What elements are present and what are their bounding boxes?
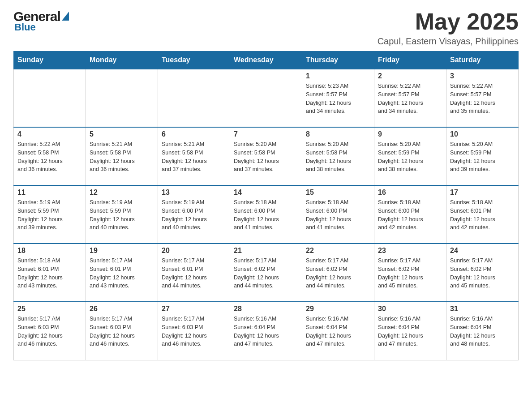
title-block: May 2025 Capul, Eastern Visayas, Philipp…: [378, 9, 519, 47]
calendar-cell: 23Sunrise: 5:17 AMSunset: 6:02 PMDayligh…: [374, 244, 446, 302]
calendar-week-2: 4Sunrise: 5:22 AMSunset: 5:58 PMDaylight…: [14, 127, 519, 185]
day-number: 23: [378, 247, 442, 255]
day-number: 30: [378, 305, 442, 313]
day-number: 6: [162, 130, 226, 138]
day-number: 5: [90, 130, 154, 138]
day-number: 21: [234, 247, 298, 255]
day-info: Sunrise: 5:16 AMSunset: 6:04 PMDaylight:…: [378, 315, 442, 348]
calendar-cell: 14Sunrise: 5:18 AMSunset: 6:00 PMDayligh…: [230, 185, 302, 244]
day-info: Sunrise: 5:17 AMSunset: 6:02 PMDaylight:…: [450, 257, 515, 290]
calendar-cell: 24Sunrise: 5:17 AMSunset: 6:02 PMDayligh…: [446, 244, 519, 302]
day-number: 31: [450, 305, 515, 313]
weekday-header-thursday: Thursday: [302, 51, 374, 69]
day-info: Sunrise: 5:17 AMSunset: 6:03 PMDaylight:…: [17, 315, 82, 348]
calendar-cell: 26Sunrise: 5:17 AMSunset: 6:03 PMDayligh…: [86, 302, 158, 360]
day-info: Sunrise: 5:17 AMSunset: 6:03 PMDaylight:…: [162, 315, 226, 348]
calendar-cell: 29Sunrise: 5:16 AMSunset: 6:04 PMDayligh…: [302, 302, 374, 360]
day-number: 10: [450, 130, 515, 138]
day-info: Sunrise: 5:20 AMSunset: 5:59 PMDaylight:…: [378, 140, 442, 174]
calendar-cell: 8Sunrise: 5:20 AMSunset: 5:58 PMDaylight…: [302, 127, 374, 185]
calendar-cell: [86, 69, 158, 127]
day-number: 19: [90, 247, 154, 255]
day-number: 26: [90, 305, 154, 313]
day-info: Sunrise: 5:18 AMSunset: 6:01 PMDaylight:…: [450, 198, 515, 232]
day-number: 3: [450, 72, 515, 80]
calendar-cell: 3Sunrise: 5:22 AMSunset: 5:57 PMDaylight…: [446, 69, 519, 127]
weekday-header-sunday: Sunday: [14, 51, 86, 69]
day-number: 16: [378, 188, 442, 197]
calendar-cell: 20Sunrise: 5:17 AMSunset: 6:01 PMDayligh…: [158, 244, 230, 302]
calendar-week-5: 25Sunrise: 5:17 AMSunset: 6:03 PMDayligh…: [14, 302, 519, 360]
day-number: 13: [162, 188, 226, 197]
calendar-cell: 17Sunrise: 5:18 AMSunset: 6:01 PMDayligh…: [446, 185, 519, 244]
calendar-cell: [158, 69, 230, 127]
day-info: Sunrise: 5:23 AMSunset: 5:57 PMDaylight:…: [306, 82, 370, 116]
day-number: 12: [90, 188, 154, 197]
calendar-cell: 16Sunrise: 5:18 AMSunset: 6:00 PMDayligh…: [374, 185, 446, 244]
calendar-cell: 19Sunrise: 5:17 AMSunset: 6:01 PMDayligh…: [86, 244, 158, 302]
calendar-week-1: 1Sunrise: 5:23 AMSunset: 5:57 PMDaylight…: [14, 69, 519, 127]
weekday-header-saturday: Saturday: [446, 51, 519, 69]
calendar-cell: 18Sunrise: 5:18 AMSunset: 6:01 PMDayligh…: [14, 244, 86, 302]
day-info: Sunrise: 5:20 AMSunset: 5:58 PMDaylight:…: [306, 140, 370, 174]
day-number: 17: [450, 188, 515, 197]
logo-blue-label: Blue: [13, 21, 69, 33]
day-number: 15: [306, 188, 370, 197]
day-info: Sunrise: 5:18 AMSunset: 6:00 PMDaylight:…: [306, 198, 370, 232]
day-info: Sunrise: 5:18 AMSunset: 6:00 PMDaylight:…: [378, 198, 442, 232]
day-info: Sunrise: 5:20 AMSunset: 5:58 PMDaylight:…: [234, 140, 298, 174]
calendar-cell: 15Sunrise: 5:18 AMSunset: 6:00 PMDayligh…: [302, 185, 374, 244]
calendar-cell: [14, 69, 86, 127]
logo-arrow-icon: [62, 12, 69, 21]
day-info: Sunrise: 5:16 AMSunset: 6:04 PMDaylight:…: [306, 315, 370, 348]
day-number: 18: [17, 247, 82, 255]
day-number: 7: [234, 130, 298, 138]
day-number: 20: [162, 247, 226, 255]
day-info: Sunrise: 5:19 AMSunset: 5:59 PMDaylight:…: [17, 198, 82, 232]
day-number: 22: [306, 247, 370, 255]
calendar-cell: 21Sunrise: 5:17 AMSunset: 6:02 PMDayligh…: [230, 244, 302, 302]
day-number: 27: [162, 305, 226, 313]
day-number: 11: [17, 188, 82, 197]
day-info: Sunrise: 5:17 AMSunset: 6:02 PMDaylight:…: [234, 257, 298, 290]
calendar-cell: 30Sunrise: 5:16 AMSunset: 6:04 PMDayligh…: [374, 302, 446, 360]
day-info: Sunrise: 5:22 AMSunset: 5:57 PMDaylight:…: [450, 82, 515, 116]
calendar-cell: 11Sunrise: 5:19 AMSunset: 5:59 PMDayligh…: [14, 185, 86, 244]
calendar-cell: 6Sunrise: 5:21 AMSunset: 5:58 PMDaylight…: [158, 127, 230, 185]
day-info: Sunrise: 5:21 AMSunset: 5:58 PMDaylight:…: [162, 140, 226, 174]
day-info: Sunrise: 5:17 AMSunset: 6:02 PMDaylight:…: [378, 257, 442, 290]
day-info: Sunrise: 5:16 AMSunset: 6:04 PMDaylight:…: [234, 315, 298, 348]
day-number: 28: [234, 305, 298, 313]
calendar-cell: 25Sunrise: 5:17 AMSunset: 6:03 PMDayligh…: [14, 302, 86, 360]
day-number: 1: [306, 72, 370, 80]
day-info: Sunrise: 5:19 AMSunset: 5:59 PMDaylight:…: [90, 198, 154, 232]
day-number: 4: [17, 130, 82, 138]
day-info: Sunrise: 5:17 AMSunset: 6:02 PMDaylight:…: [306, 257, 370, 290]
month-title: May 2025: [378, 9, 519, 34]
day-info: Sunrise: 5:17 AMSunset: 6:01 PMDaylight:…: [90, 257, 154, 290]
calendar-cell: [230, 69, 302, 127]
weekday-header-friday: Friday: [374, 51, 446, 69]
day-number: 29: [306, 305, 370, 313]
calendar-week-3: 11Sunrise: 5:19 AMSunset: 5:59 PMDayligh…: [14, 185, 519, 244]
calendar-table: SundayMondayTuesdayWednesdayThursdayFrid…: [13, 51, 519, 360]
calendar-cell: 4Sunrise: 5:22 AMSunset: 5:58 PMDaylight…: [14, 127, 86, 185]
calendar-cell: 10Sunrise: 5:20 AMSunset: 5:59 PMDayligh…: [446, 127, 519, 185]
calendar-cell: 27Sunrise: 5:17 AMSunset: 6:03 PMDayligh…: [158, 302, 230, 360]
weekday-header-monday: Monday: [86, 51, 158, 69]
day-info: Sunrise: 5:22 AMSunset: 5:57 PMDaylight:…: [378, 82, 442, 116]
logo: General Blue: [13, 9, 69, 33]
calendar-cell: 28Sunrise: 5:16 AMSunset: 6:04 PMDayligh…: [230, 302, 302, 360]
day-number: 25: [17, 305, 82, 313]
location-title: Capul, Eastern Visayas, Philippines: [378, 36, 519, 47]
calendar-cell: 1Sunrise: 5:23 AMSunset: 5:57 PMDaylight…: [302, 69, 374, 127]
day-number: 24: [450, 247, 515, 255]
calendar-cell: 5Sunrise: 5:21 AMSunset: 5:58 PMDaylight…: [86, 127, 158, 185]
day-info: Sunrise: 5:22 AMSunset: 5:58 PMDaylight:…: [17, 140, 82, 174]
weekday-header-wednesday: Wednesday: [230, 51, 302, 69]
day-info: Sunrise: 5:19 AMSunset: 6:00 PMDaylight:…: [162, 198, 226, 232]
calendar-cell: 22Sunrise: 5:17 AMSunset: 6:02 PMDayligh…: [302, 244, 374, 302]
weekday-header-tuesday: Tuesday: [158, 51, 230, 69]
day-number: 2: [378, 72, 442, 80]
day-info: Sunrise: 5:17 AMSunset: 6:03 PMDaylight:…: [90, 315, 154, 348]
